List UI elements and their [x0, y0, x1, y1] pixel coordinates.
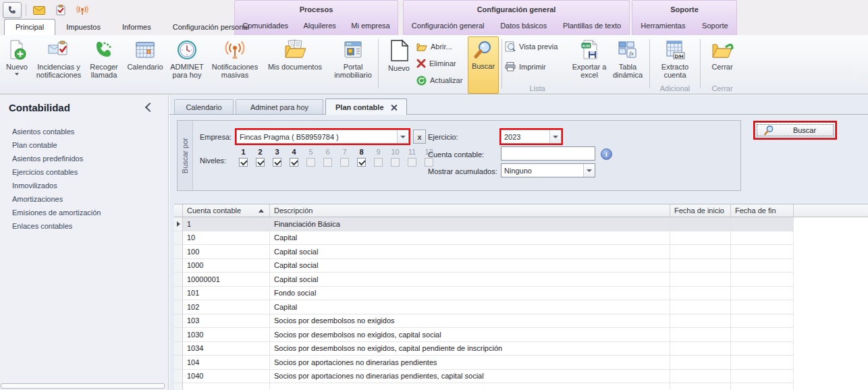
table-row[interactable]: 100Capital social [174, 245, 868, 259]
row-selector[interactable] [174, 328, 183, 342]
mass-notifications-button[interactable]: Notificaciones masivas [211, 36, 259, 94]
incidents-notifications-button[interactable]: Incidencias y notificaciones [36, 36, 81, 94]
ribbon-tab-herramientas[interactable]: Herramientas [636, 19, 689, 32]
pivot-table-button[interactable]: fx Tabla dinámica [609, 36, 647, 94]
chevron-down-icon[interactable] [549, 130, 561, 143]
row-selector[interactable] [174, 287, 183, 301]
sidebar-item-enlaces-contables[interactable]: Enlaces contables [0, 219, 168, 233]
level-checkbox[interactable] [374, 158, 383, 167]
tasks-icon[interactable] [52, 3, 70, 18]
table-row[interactable]: 1Financiación Básica [174, 217, 868, 231]
ribbon-tab-datos-b-sicos[interactable]: Datos básicos [496, 19, 551, 32]
row-selector[interactable] [174, 231, 183, 246]
chevron-down-icon[interactable] [583, 164, 595, 177]
refresh-button[interactable]: Actualizar [416, 74, 468, 86]
level-checkbox[interactable] [357, 158, 366, 167]
table-row[interactable]: 1000Capital social [174, 259, 868, 273]
accumulated-combobox[interactable]: Ninguno [501, 163, 595, 177]
ribbon-tab-configuraci-n-personal[interactable]: Configuración personal [162, 20, 260, 35]
column-header-start-date[interactable]: Fecha de inicio [670, 204, 731, 217]
row-selector[interactable] [174, 370, 183, 384]
table-row[interactable]: 1034Socios por desembolsos no exigidos, … [174, 342, 868, 356]
column-header-account[interactable]: Cuenta contable [183, 204, 270, 217]
row-selector[interactable] [174, 356, 183, 370]
ribbon-tab-impuestos[interactable]: Impuestos [55, 20, 111, 35]
export-excel-button[interactable]: XLSX Exportar a excel [570, 36, 609, 94]
row-selector[interactable] [174, 314, 183, 329]
document-tab-adminet-para-hoy[interactable]: Adminet para hoy [236, 99, 323, 114]
row-selector[interactable] [174, 342, 183, 356]
open-button[interactable]: Abrir... [416, 40, 468, 53]
search-button-ribbon[interactable]: Buscar [468, 36, 499, 94]
ribbon-tab-soporte[interactable]: Soporte [698, 19, 732, 32]
ribbon-tab-configuraci-n-general[interactable]: Configuración general [408, 19, 489, 32]
my-documents-button[interactable]: Mis documentos [265, 36, 325, 94]
sidebar-item-plan-contable[interactable]: Plan contable [0, 138, 168, 152]
mail-icon[interactable] [30, 3, 48, 18]
document-tab-calendario[interactable]: Calendario [174, 99, 234, 114]
level-checkbox[interactable] [256, 158, 265, 167]
sidebar-item-inmovilizados[interactable]: Inmovilizados [0, 179, 168, 192]
column-header-description[interactable]: Descripción [270, 204, 670, 217]
table-row[interactable]: 10Capital [174, 231, 868, 246]
phone-icon[interactable] [3, 2, 22, 18]
close-icon[interactable] [391, 104, 397, 110]
level-checkbox[interactable] [290, 158, 298, 167]
sidebar-item-emisiones-de-amortizaci-n[interactable]: Emisiones de amortización [0, 206, 168, 219]
table-row[interactable]: 1040Socios por aportaciones no dineraria… [174, 370, 868, 384]
fiscal-year-combobox[interactable]: 2023 [501, 130, 562, 144]
chevron-down-icon[interactable] [397, 130, 408, 143]
delete-button[interactable]: Eliminar [416, 57, 468, 69]
print-button[interactable]: Imprimir [505, 61, 570, 73]
sidebar-item-amortizaciones[interactable]: Amortizaciones [0, 192, 168, 206]
table-cell-account: 1040 [183, 370, 270, 384]
row-selector[interactable] [174, 300, 183, 314]
company-combobox[interactable]: Fincas Pragma ( B58959784 ) [236, 130, 409, 144]
search-button[interactable]: Buscar [755, 122, 836, 138]
new-button[interactable]: Nuevo [1, 36, 32, 94]
adminet-today-button[interactable]: ADMINET para hoy [167, 36, 207, 94]
column-header-end-date[interactable]: Fecha de fin [731, 204, 794, 217]
account-input[interactable] [501, 146, 595, 161]
level-checkbox[interactable] [323, 158, 332, 167]
preview-button[interactable]: Vista previa [505, 40, 570, 53]
row-selector[interactable] [174, 259, 183, 273]
new-record-button[interactable]: Nuevo [381, 36, 416, 94]
ribbon-tab-mi-empresa[interactable]: Mi empresa [347, 19, 394, 32]
pickup-call-button[interactable]: Recoger llamada [85, 36, 123, 94]
level-checkbox[interactable] [306, 158, 315, 167]
ribbon-tab-principal[interactable]: Principal [4, 19, 55, 35]
table-row[interactable]: 104Socios por aportaciones no dinerarias… [174, 356, 868, 370]
ribbon-tab-informes[interactable]: Informes [111, 20, 162, 35]
table-cell-fin [731, 259, 794, 273]
row-selector[interactable] [174, 273, 183, 287]
sidebar-item-asientos-predefinidos[interactable]: Asientos predefinidos [0, 152, 168, 165]
sidebar-item-ejercicios-contables[interactable]: Ejercicios contables [0, 165, 168, 179]
table-row[interactable]: 103Socios por desembolsos no exigidos [174, 314, 868, 329]
document-tab-plan-contable[interactable]: Plan contable [325, 99, 407, 115]
broadcast-icon[interactable] [74, 3, 91, 18]
ribbon-tab-plantillas-de-texto[interactable]: Plantillas de texto [559, 19, 625, 32]
ribbon-tab-alquileres[interactable]: Alquileres [300, 19, 340, 32]
table-row[interactable]: 1030Socios por desembolsos no exigidos, … [174, 328, 868, 342]
sidebar-scrollbar[interactable] [1, 383, 165, 389]
table-row[interactable]: 101Fondo social [174, 287, 868, 301]
level-checkbox[interactable] [391, 158, 400, 167]
table-cell-desc: Capital social [270, 245, 670, 259]
level-checkbox[interactable] [239, 158, 248, 167]
level-checkbox[interactable] [340, 158, 349, 167]
row-selector[interactable] [174, 245, 183, 259]
table-row[interactable]: 102Capital [174, 300, 868, 314]
info-icon[interactable]: i [601, 148, 612, 160]
real-estate-portal-button[interactable]: Portal inmobiliario [331, 36, 375, 94]
clear-company-button[interactable]: x [413, 130, 426, 144]
calendar-button[interactable]: Calendario [126, 36, 165, 94]
level-checkbox[interactable] [408, 158, 416, 167]
sidebar-item-asientos-contables[interactable]: Asientos contables [0, 125, 168, 138]
row-selector[interactable] [174, 217, 183, 231]
table-row[interactable]: 10000001Capital social [174, 273, 868, 287]
level-checkbox[interactable] [273, 158, 281, 167]
row-selector[interactable] [174, 383, 183, 390]
table-row[interactable] [174, 383, 868, 390]
level-checkbox[interactable] [425, 158, 433, 167]
